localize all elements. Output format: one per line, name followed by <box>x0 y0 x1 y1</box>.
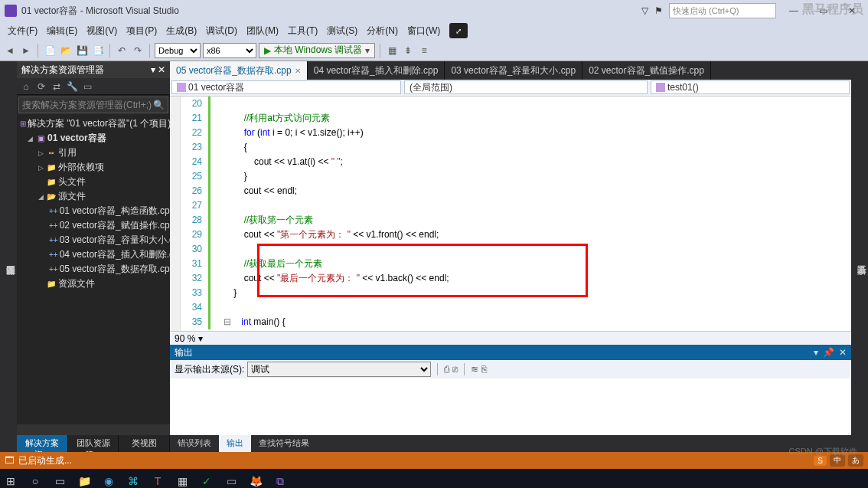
panel-tab-team[interactable]: 团队资源管... <box>68 435 119 452</box>
marker-strip <box>170 97 181 331</box>
editor-area: 05 vector容器_数据存取.cpp✕ 04 vector容器_插入和删除.… <box>170 61 851 452</box>
bottom-tab-find[interactable]: 查找符号结果 <box>251 435 317 452</box>
quicklaunch-input[interactable]: 快速启动 (Ctrl+Q) <box>669 3 776 18</box>
tool-icon[interactable]: ⇟ <box>401 44 415 57</box>
config-select[interactable]: Debug <box>155 43 201 58</box>
menu-project[interactable]: 项目(P) <box>122 23 162 39</box>
menu-file[interactable]: 文件(F) <box>3 23 42 39</box>
code-editor[interactable]: 20212223242526272829303132333435 //利用at方… <box>170 97 851 331</box>
output-source-label: 显示输出来源(S): <box>175 363 244 376</box>
menu-analyze[interactable]: 分析(N) <box>362 23 403 39</box>
cortana-icon[interactable]: ○ <box>26 475 44 487</box>
vs-icon[interactable]: ⧉ <box>271 475 289 488</box>
left-toolwindow-strip[interactable]: 服务器资源管理器工具箱 <box>0 61 17 452</box>
output-tool-icon[interactable]: ⎙ <box>444 364 449 375</box>
solution-tree[interactable]: ⊞解决方案 "01 vector容器"(1 个项目) ◢▣01 vector容器… <box>17 115 170 424</box>
minimize-button[interactable]: — <box>782 5 805 16</box>
redo-icon[interactable]: ↷ <box>131 44 145 57</box>
save-all-icon[interactable]: 📑 <box>91 44 105 57</box>
app-icon[interactable]: ⌘ <box>124 475 142 487</box>
scrollbar[interactable] <box>17 424 170 435</box>
output-source-select[interactable]: 调试 <box>247 362 431 377</box>
properties-icon[interactable]: 🔧 <box>66 80 78 93</box>
tree-file: ++01 vector容器_构造函数.cpp <box>17 204 170 218</box>
ime-chip[interactable]: 中 <box>830 454 845 467</box>
feedback-icon[interactable]: ⚑ <box>654 5 663 16</box>
home-icon[interactable]: ⌂ <box>20 80 32 93</box>
menu-edit[interactable]: 编辑(E) <box>42 23 82 39</box>
open-file-icon[interactable]: 📂 <box>59 44 73 57</box>
app-icon[interactable]: ▭ <box>222 475 240 487</box>
refresh-icon[interactable]: ⟳ <box>35 80 47 93</box>
bottom-tab-errors[interactable]: 错误列表 <box>170 435 219 452</box>
nav-fwd-icon[interactable]: ► <box>19 44 33 57</box>
output-tool-icon[interactable]: ≋ <box>471 364 478 375</box>
panel-tab-solution[interactable]: 解决方案资... <box>17 435 68 452</box>
solution-toolbar: ⌂ ⟳ ⇄ 🔧 ▭ <box>17 78 170 95</box>
ime-chip[interactable]: あ <box>848 454 863 467</box>
run-button[interactable]: ▶本地 Windows 调试器▾ <box>259 43 375 58</box>
solution-explorer: 解决方案资源管理器▾ ✕ ⌂ ⟳ ⇄ 🔧 ▭ 搜索解决方案资源管理器(Ctrl+… <box>17 61 170 452</box>
pin-icon[interactable]: ▾ <box>814 347 818 358</box>
scope-global[interactable]: (全局范围) <box>404 80 648 94</box>
line-gutter: 20212223242526272829303132333435 <box>181 97 208 331</box>
panel-dropdown-icon[interactable]: ▾ ✕ <box>151 64 165 75</box>
file-tab[interactable]: 04 vector容器_插入和删除.cpp <box>308 61 445 80</box>
notification-icon[interactable]: ▽ <box>641 5 648 16</box>
output-title: 输出 <box>175 346 193 359</box>
scope-function[interactable]: test01() <box>651 80 850 94</box>
vs-logo-icon <box>5 5 17 17</box>
file-tabs: 05 vector容器_数据存取.cpp✕ 04 vector容器_插入和删除.… <box>170 61 851 80</box>
start-icon[interactable]: ⊞ <box>2 475 20 487</box>
solution-search-input[interactable]: 搜索解决方案资源管理器(Ctrl+;)🔍 <box>18 97 168 113</box>
menu-debug[interactable]: 调试(D) <box>201 23 242 39</box>
taskview-icon[interactable]: ▭ <box>51 475 69 487</box>
undo-icon[interactable]: ↶ <box>115 44 129 57</box>
output-body[interactable] <box>170 378 851 435</box>
menu-team[interactable]: 团队(M) <box>242 23 283 39</box>
app-icon[interactable]: ◉ <box>100 475 118 487</box>
toolbar: ◄ ► 📄 📂 💾 📑 ↶ ↷ Debug x86 ▶本地 Windows 调试… <box>0 40 868 61</box>
app-icon[interactable]: ✓ <box>197 475 216 487</box>
tree-file: ++05 vector容器_数据存取.cpp <box>17 262 170 277</box>
explorer-icon[interactable]: 📁 <box>75 475 93 487</box>
statusbar: 🗔 已启动生成... S 中 あ <box>0 452 868 469</box>
app-icon[interactable]: T <box>148 475 167 487</box>
right-toolwindow-strip[interactable]: 诊断工具 <box>851 61 868 452</box>
close-button[interactable]: ✕ <box>840 5 863 16</box>
close-tab-icon[interactable]: ✕ <box>295 67 301 75</box>
titlebar: 01 vector容器 - Microsoft Visual Studio ▽ … <box>0 0 868 21</box>
maximize-button[interactable]: ▭ <box>811 5 834 16</box>
ime-icon[interactable]: S <box>814 456 827 466</box>
app-icon[interactable]: 🦊 <box>246 475 265 487</box>
auto-hide-icon[interactable]: 📌 <box>823 347 834 358</box>
panel-close-icon[interactable]: ✕ <box>839 347 847 358</box>
tool-icon[interactable]: ▦ <box>385 44 399 57</box>
zoom-display[interactable]: 90 %▾ <box>170 331 851 345</box>
menu-view[interactable]: 视图(V) <box>82 23 122 39</box>
new-file-icon[interactable]: 📄 <box>43 44 57 57</box>
task-icon: 🗔 <box>5 455 14 466</box>
file-tab[interactable]: 02 vector容器_赋值操作.cpp <box>582 61 711 80</box>
menu-tools[interactable]: 工具(T) <box>283 23 322 39</box>
menu-test[interactable]: 测试(S) <box>322 23 362 39</box>
show-all-icon[interactable]: ▭ <box>81 80 93 93</box>
file-tab[interactable]: 03 vector容器_容量和大小.cpp <box>445 61 582 80</box>
menu-window[interactable]: 窗口(W) <box>403 23 445 39</box>
solution-explorer-title: 解决方案资源管理器 <box>21 64 104 77</box>
tool-icon[interactable]: ≡ <box>417 44 431 57</box>
save-icon[interactable]: 💾 <box>75 44 89 57</box>
app-icon[interactable]: ▦ <box>173 475 191 487</box>
file-tab[interactable]: 05 vector容器_数据存取.cpp✕ <box>170 61 308 80</box>
tree-file: ++04 vector容器_插入和删除.cpp <box>17 247 170 262</box>
menu-build[interactable]: 生成(B) <box>162 23 201 39</box>
platform-select[interactable]: x86 <box>203 43 256 58</box>
output-tool-icon[interactable]: ⎘ <box>481 364 487 375</box>
change-marker <box>208 97 210 329</box>
panel-tab-classview[interactable]: 类视图 <box>119 435 170 452</box>
nav-back-icon[interactable]: ◄ <box>3 44 17 57</box>
bottom-tab-output[interactable]: 输出 <box>219 435 251 452</box>
output-tool-icon[interactable]: ⎚ <box>452 364 458 375</box>
sync-icon[interactable]: ⇄ <box>51 80 63 93</box>
scope-project[interactable]: 01 vector容器 <box>171 80 401 94</box>
